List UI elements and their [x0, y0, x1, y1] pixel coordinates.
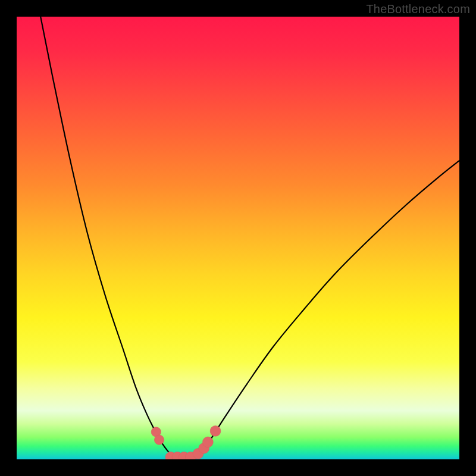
data-marker — [210, 425, 221, 436]
data-marker — [154, 435, 164, 444]
bottleneck-curve — [17, 17, 459, 459]
curve-right-branch — [196, 161, 459, 458]
plot-area — [17, 17, 459, 459]
attribution-text: TheBottleneck.com — [366, 2, 470, 16]
data-marker — [202, 437, 213, 447]
curve-left-branch — [40, 17, 174, 458]
